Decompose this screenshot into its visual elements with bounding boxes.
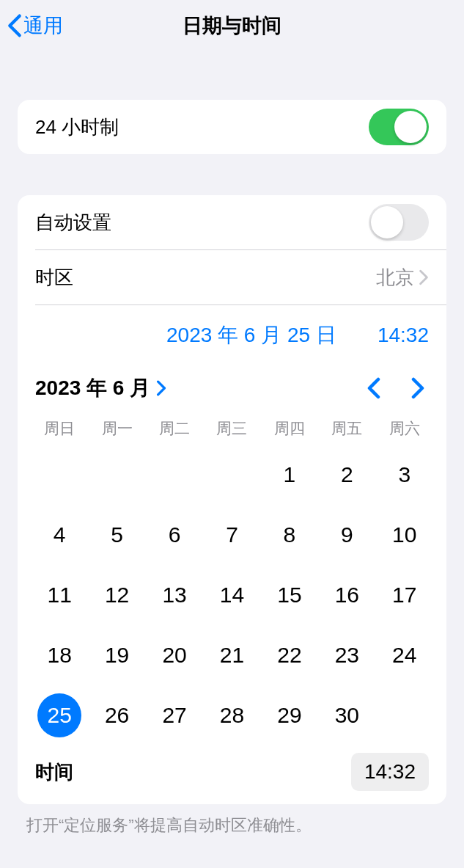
weekday-label: 周三 <box>203 414 260 443</box>
row-timezone[interactable]: 时区 北京 <box>18 250 446 304</box>
calendar-day[interactable]: 29 <box>261 685 318 745</box>
time-row-label: 时间 <box>35 759 73 785</box>
page-title: 日期与时间 <box>183 12 281 39</box>
prev-month-button[interactable] <box>367 377 380 399</box>
calendar-day[interactable]: 14 <box>203 565 260 625</box>
weekday-label: 周五 <box>318 414 375 443</box>
chevron-left-icon <box>7 13 22 38</box>
calendar-empty-cell <box>146 445 203 505</box>
calendar-header: 2023 年 6 月 <box>18 362 446 409</box>
calendar-day-selected: 25 <box>37 693 81 737</box>
calendar-day[interactable]: 18 <box>31 625 88 685</box>
calendar-day[interactable]: 16 <box>318 565 375 625</box>
chevron-right-icon <box>411 377 424 399</box>
chevron-left-icon <box>367 377 380 399</box>
calendar-day[interactable]: 15 <box>261 565 318 625</box>
calendar-day[interactable]: 3 <box>376 445 433 505</box>
calendar-day[interactable]: 24 <box>376 625 433 685</box>
calendar-day[interactable]: 11 <box>31 565 88 625</box>
calendar-day[interactable]: 6 <box>146 505 203 565</box>
weekday-label: 周二 <box>146 414 203 443</box>
datetime-display-row: 2023 年 6 月 25 日 14:32 <box>18 305 446 362</box>
calendar-day[interactable]: 21 <box>203 625 260 685</box>
label-timezone: 时区 <box>35 265 73 291</box>
chevron-right-icon <box>156 380 166 396</box>
toggle-24h[interactable] <box>369 109 429 145</box>
footer-note: 打开“定位服务”将提高自动时区准确性。 <box>0 804 464 836</box>
calendar-day[interactable]: 27 <box>146 685 203 745</box>
back-button[interactable]: 通用 <box>7 12 63 39</box>
calendar-day[interactable]: 25 <box>31 685 88 745</box>
calendar-empty-cell <box>31 445 88 505</box>
time-row: 时间 14:32 <box>18 745 446 798</box>
chevron-right-icon <box>419 269 429 285</box>
toggle-knob <box>371 206 403 238</box>
calendar-day[interactable]: 10 <box>376 505 433 565</box>
back-label: 通用 <box>23 12 63 39</box>
month-picker[interactable]: 2023 年 6 月 <box>35 374 166 402</box>
calendar-day[interactable]: 1 <box>261 445 318 505</box>
label-auto-set: 自动设置 <box>35 210 111 236</box>
row-auto-set: 自动设置 <box>18 195 446 249</box>
value-timezone: 北京 <box>376 265 414 291</box>
section-24h: 24 小时制 <box>18 100 446 154</box>
section-datetime: 自动设置 时区 北京 2023 年 6 月 25 日 14:32 2023 年 … <box>18 195 446 804</box>
weekday-row: 周日周一周二周三周四周五周六 <box>18 409 446 445</box>
calendar-day[interactable]: 28 <box>203 685 260 745</box>
month-label: 2023 年 6 月 <box>35 374 150 402</box>
calendar-day[interactable]: 9 <box>318 505 375 565</box>
calendar-day[interactable]: 26 <box>88 685 145 745</box>
row-24h: 24 小时制 <box>18 100 446 154</box>
calendar-grid: 1234567891011121314151617181920212223242… <box>18 445 446 745</box>
toggle-knob <box>394 111 427 143</box>
time-display[interactable]: 14:32 <box>378 324 429 347</box>
calendar-day[interactable]: 4 <box>31 505 88 565</box>
calendar-day[interactable]: 17 <box>376 565 433 625</box>
calendar-day[interactable]: 7 <box>203 505 260 565</box>
calendar-day[interactable]: 5 <box>88 505 145 565</box>
date-display[interactable]: 2023 年 6 月 25 日 <box>166 321 336 349</box>
calendar-day[interactable]: 22 <box>261 625 318 685</box>
weekday-label: 周一 <box>88 414 145 443</box>
calendar-empty-cell <box>88 445 145 505</box>
next-month-button[interactable] <box>411 377 424 399</box>
calendar-day[interactable]: 8 <box>261 505 318 565</box>
calendar-day[interactable]: 30 <box>318 685 375 745</box>
calendar-day[interactable]: 13 <box>146 565 203 625</box>
time-picker[interactable]: 14:32 <box>351 753 429 791</box>
calendar-day[interactable]: 2 <box>318 445 375 505</box>
label-24h: 24 小时制 <box>35 114 119 140</box>
toggle-auto-set[interactable] <box>369 204 429 241</box>
calendar-day[interactable]: 23 <box>318 625 375 685</box>
weekday-label: 周六 <box>376 414 433 443</box>
calendar-day[interactable]: 19 <box>88 625 145 685</box>
weekday-label: 周四 <box>261 414 318 443</box>
calendar-empty-cell <box>203 445 260 505</box>
calendar-day[interactable]: 12 <box>88 565 145 625</box>
nav-bar: 通用 日期与时间 <box>0 0 464 51</box>
weekday-label: 周日 <box>31 414 88 443</box>
calendar-day[interactable]: 20 <box>146 625 203 685</box>
